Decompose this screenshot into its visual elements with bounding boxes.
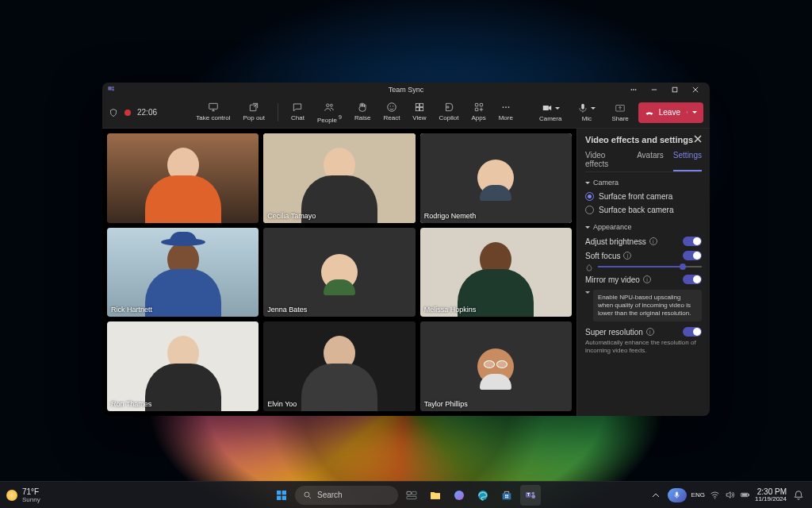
wifi-icon[interactable] [710,490,720,500]
tab-settings[interactable]: Settings [673,151,702,171]
raise-hand-button[interactable]: Raise [350,100,375,125]
weather-widget[interactable]: 71°F Sunny [6,487,40,503]
svg-point-48 [714,498,715,498]
svg-rect-31 [282,495,286,499]
participant-tile[interactable]: Elvin Yoo [263,321,415,411]
participant-tile[interactable]: Ron Thames [107,321,259,411]
emoji-icon [386,102,397,113]
participant-tile[interactable]: Cecilia Tamayo [263,133,415,223]
chat-icon [292,102,303,113]
apps-button[interactable]: Apps [466,100,490,125]
svg-rect-51 [742,494,748,495]
soft-focus-toggle[interactable] [683,251,702,260]
panel-close-button[interactable] [694,135,702,144]
pop-out-button[interactable]: Pop out [238,100,270,125]
timer-text: 22:06 [137,108,157,117]
super-resolution-toggle[interactable] [683,327,702,337]
appearance-section-header[interactable]: Appearance [585,223,702,231]
blur-icon [585,264,593,271]
copilot-app-button[interactable] [449,485,469,506]
battery-icon[interactable] [740,490,750,500]
search-icon [303,491,312,500]
soft-focus-slider[interactable] [598,266,702,267]
people-button[interactable]: People 9 [312,100,347,125]
grid-icon [414,102,425,113]
participant-tile[interactable]: Rodrigo Nemeth [420,133,572,223]
shield-icon [109,108,118,117]
participant-tile[interactable] [107,133,259,223]
more-options-button[interactable] [624,84,643,95]
react-button[interactable]: React [378,100,404,125]
svg-rect-47 [676,492,678,496]
adjust-brightness-toggle[interactable] [683,237,702,246]
camera-option-label: Surface front camera [599,192,672,201]
share-button[interactable]: Share [605,101,634,124]
camera-section-header[interactable]: Camera [585,179,702,187]
start-button[interactable] [271,485,292,506]
copilot-tray-button[interactable] [668,488,687,502]
chevron-down-icon [585,291,590,294]
maximize-button[interactable] [665,84,684,95]
svg-rect-29 [282,491,286,495]
info-icon[interactable]: i [623,252,631,260]
adjust-brightness-label: Adjust brightness [585,237,646,246]
svg-point-1 [112,87,114,89]
svg-rect-46 [531,495,535,498]
store-button[interactable] [496,485,517,506]
copilot-button[interactable]: Copilot [435,100,464,125]
explorer-button[interactable] [425,485,446,506]
time: 2:30 PM [755,487,787,496]
teams-icon [107,85,115,94]
info-icon[interactable]: i [646,328,654,336]
svg-point-5 [635,89,636,90]
close-button[interactable] [686,84,705,95]
svg-point-14 [393,106,393,106]
svg-rect-2 [112,89,114,91]
search-placeholder: Search [317,491,343,499]
more-button[interactable]: More [494,100,518,125]
window-titlebar: Team Sync [102,83,710,97]
participant-tile[interactable]: Taylor Phillips [420,321,572,411]
participant-tile[interactable]: Melissa Hopkins [420,228,572,318]
minimize-button[interactable] [645,84,664,95]
mic-toggle[interactable]: Mic [571,101,602,124]
tab-avatars[interactable]: Avatars [637,151,664,171]
participant-tile[interactable]: Rick Hartnett [107,228,259,318]
meeting-timer: 22:06 [109,108,157,117]
volume-icon[interactable] [725,490,735,500]
leave-dropdown[interactable] [687,111,697,114]
info-icon[interactable]: i [649,237,657,245]
view-button[interactable]: View [408,100,431,125]
info-icon[interactable]: i [643,275,651,283]
language-indicator[interactable]: ENG [691,491,705,498]
camera-option[interactable]: Surface back camera [585,203,702,217]
svg-point-45 [532,491,534,494]
svg-rect-20 [475,103,478,106]
hand-icon [357,102,368,113]
notifications-button[interactable] [791,488,806,502]
svg-rect-17 [416,107,419,110]
date: 11/19/2024 [755,496,787,503]
svg-rect-35 [407,496,416,498]
mirror-video-toggle[interactable] [683,275,702,284]
camera-icon [542,102,553,114]
svg-point-25 [508,106,509,108]
svg-point-32 [304,492,309,497]
chevron-down-icon [692,111,697,114]
chat-button[interactable]: Chat [286,100,309,125]
clock[interactable]: 2:30 PM 11/19/2024 [755,487,787,503]
edge-button[interactable] [473,485,493,506]
camera-option[interactable]: Surface front camera [585,190,702,203]
teams-app-button[interactable]: T [520,485,541,506]
hangup-icon [645,108,654,117]
leave-button[interactable]: Leave [638,102,703,123]
svg-point-23 [502,106,504,108]
task-view-button[interactable] [401,485,422,506]
participant-tile[interactable]: Jenna Bates [263,228,415,318]
take-control-button[interactable]: Take control [191,100,235,125]
participant-name: Elvin Yoo [267,400,297,408]
camera-toggle[interactable]: Camera [533,101,568,124]
tab-video-effects[interactable]: Video effects [585,151,627,171]
tray-overflow-button[interactable] [649,485,663,506]
taskbar-search[interactable]: Search [295,486,398,505]
